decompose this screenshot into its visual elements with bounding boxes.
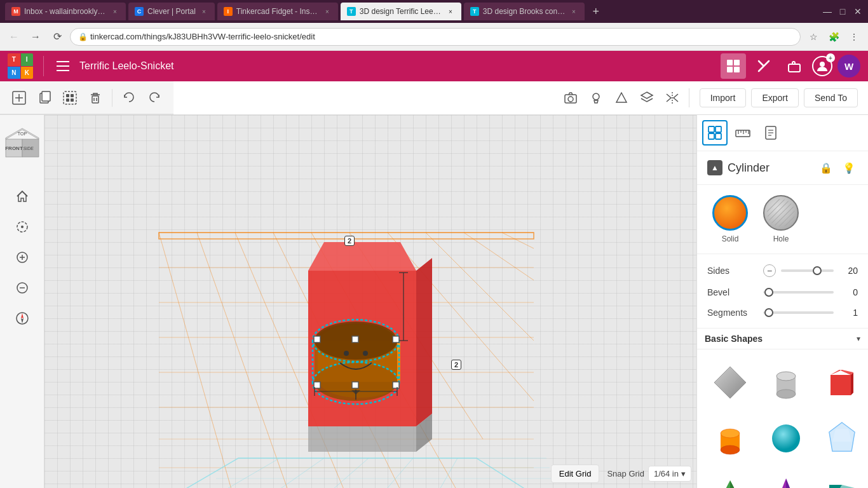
bevel-slider[interactable] <box>763 291 834 294</box>
tab-brooks[interactable]: T 3D design Brooks contest entry × <box>464 3 585 20</box>
window-controls: — □ ✕ <box>822 6 863 17</box>
copy-button[interactable] <box>33 86 56 109</box>
segments-slider[interactable] <box>763 311 834 314</box>
layers-button[interactable] <box>635 86 658 109</box>
tab-close-instructables[interactable]: × <box>323 7 332 16</box>
shape-item-crystal[interactable] <box>817 413 867 464</box>
view-tab-grid[interactable] <box>702 120 728 146</box>
sides-thumb[interactable] <box>813 266 822 275</box>
forward-button[interactable]: → <box>27 28 44 46</box>
svg-point-80 <box>318 360 400 398</box>
view-tab-ruler[interactable] <box>730 120 756 146</box>
url-bar[interactable]: 🔒 tinkercad.com/things/kJ83UBHh3VW-terri… <box>70 28 801 46</box>
mirror-button[interactable] <box>661 86 684 109</box>
hamburger-button[interactable] <box>54 57 72 75</box>
canvas-area[interactable]: 2 2 Edit Grid Snap Grid 1/64 in ▾ <box>44 115 696 488</box>
svg-point-121 <box>722 205 738 221</box>
tab-close-tinkercad[interactable]: × <box>446 7 455 16</box>
sendto-button[interactable]: Send To <box>804 88 858 107</box>
sides-slider-container: − <box>763 264 834 277</box>
svg-rect-98 <box>314 382 320 388</box>
shape-outline-button[interactable] <box>610 86 633 109</box>
view-cube-container[interactable]: FRONT SIDE TOP <box>0 120 44 177</box>
export-button[interactable]: Export <box>751 88 798 107</box>
menu-button[interactable]: ⋮ <box>845 28 863 46</box>
user-avatar[interactable]: W <box>837 55 860 78</box>
shapes-header: Basic Shapes ▾ <box>697 329 868 349</box>
tab-close-brooks[interactable]: × <box>569 7 578 16</box>
edit-grid-button[interactable]: Edit Grid <box>551 464 600 483</box>
bevel-thumb[interactable] <box>764 288 773 297</box>
shape-item-cylinder-grey[interactable] <box>761 357 811 408</box>
hole-type[interactable]: Hole <box>763 195 799 243</box>
pickaxe-button[interactable] <box>751 53 776 79</box>
segments-thumb[interactable] <box>764 308 773 317</box>
solid-type[interactable]: Solid <box>712 195 748 243</box>
dimension-label-1: 2 <box>344 236 355 246</box>
shape-outline-icon <box>614 91 628 105</box>
shape-collapse-button[interactable]: ▲ <box>707 160 722 175</box>
zoom-out-button[interactable] <box>8 274 36 302</box>
shape-item-wedge-teal[interactable] <box>817 469 867 488</box>
home-icon <box>15 189 29 203</box>
add-person-button[interactable]: + <box>812 56 832 76</box>
tab-close-clever[interactable]: × <box>200 7 208 16</box>
svg-marker-76 <box>308 242 416 271</box>
group-button[interactable] <box>58 86 81 109</box>
star-button[interactable]: ☆ <box>804 28 822 46</box>
svg-rect-18 <box>71 94 74 97</box>
maximize-button[interactable]: □ <box>837 6 848 17</box>
delete-icon <box>88 91 102 105</box>
cylinder-grey-shape <box>767 363 805 402</box>
back-button[interactable]: ← <box>5 28 23 46</box>
close-button[interactable]: ✕ <box>853 6 863 17</box>
tab-gmail[interactable]: M Inbox - wallainbrooklynn@stud... × <box>5 3 126 20</box>
svg-line-54 <box>502 233 534 248</box>
camera-button[interactable] <box>559 86 582 109</box>
shape-item-diamond[interactable] <box>705 357 756 408</box>
fit-view-button[interactable] <box>8 213 36 241</box>
redo-icon <box>147 91 161 105</box>
puzzle-button[interactable]: 🧩 <box>825 28 843 46</box>
svg-point-135 <box>772 424 800 452</box>
tab-clever[interactable]: C Clever | Portal × <box>128 3 215 20</box>
sides-slider[interactable] <box>781 269 834 272</box>
shape-item-cone-purple[interactable] <box>761 469 811 488</box>
shape-item-pyramid-green[interactable] <box>705 469 756 488</box>
shapes-dropdown[interactable]: ▾ <box>857 334 860 343</box>
canvas-grid: 2 2 <box>44 115 696 488</box>
svg-point-10 <box>820 62 825 67</box>
new-shape-button[interactable] <box>8 86 31 109</box>
zoom-in-button[interactable] <box>8 243 36 271</box>
minimize-button[interactable]: — <box>822 6 832 17</box>
home-button[interactable] <box>8 182 36 210</box>
svg-line-51 <box>388 233 534 401</box>
tab-instructables[interactable]: I Tinkercad Fidget - Instructables × <box>217 3 338 20</box>
redo-button[interactable] <box>143 86 166 109</box>
svg-marker-78 <box>308 426 416 452</box>
light-bulb-button[interactable] <box>585 86 607 109</box>
new-tab-button[interactable]: + <box>587 3 605 20</box>
info-icon-button[interactable]: 💡 <box>840 159 858 177</box>
hole-label: Hole <box>773 234 789 243</box>
undo-button[interactable] <box>118 86 140 109</box>
view-tab-notes[interactable] <box>758 120 783 146</box>
lock-icon-button[interactable]: 🔒 <box>817 159 835 177</box>
compass-button[interactable] <box>8 304 36 332</box>
tab-close-gmail[interactable]: × <box>111 7 119 16</box>
snap-select[interactable]: 1/64 in ▾ <box>648 466 691 482</box>
hole-circle <box>763 195 799 231</box>
tab-tinkercad-active[interactable]: T 3D design Terrific Leelo-Snicket × <box>341 3 461 20</box>
reload-button[interactable]: ⟳ <box>48 28 66 46</box>
grid-view-button[interactable] <box>721 53 746 79</box>
briefcase-button[interactable] <box>782 53 807 79</box>
svg-line-69 <box>375 458 413 488</box>
import-button[interactable]: Import <box>700 88 747 107</box>
sides-minus-button[interactable]: − <box>763 264 776 277</box>
shape-item-box-red[interactable] <box>817 357 867 408</box>
shape-item-cylinder-orange[interactable] <box>705 413 756 464</box>
view-tabs <box>697 115 868 151</box>
delete-button[interactable] <box>84 86 107 109</box>
svg-text:SIDE: SIDE <box>23 146 34 151</box>
shape-item-sphere-teal[interactable] <box>761 413 811 464</box>
